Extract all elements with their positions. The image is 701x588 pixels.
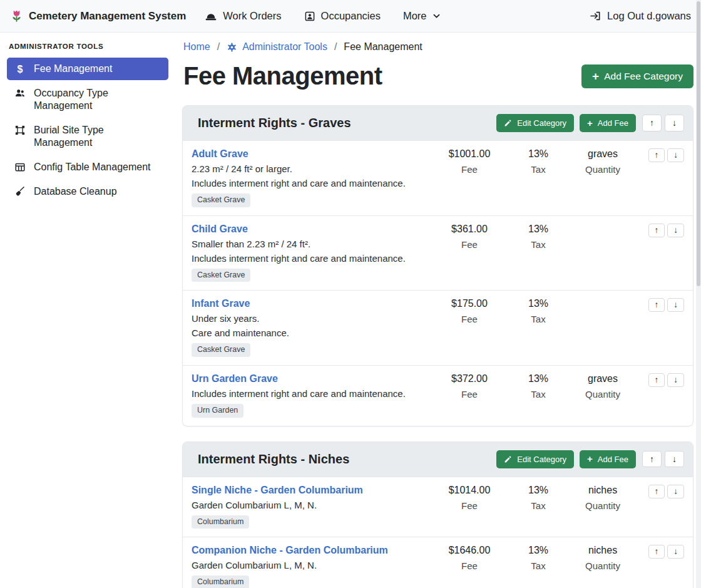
fee-value: $1646.00 [432,545,506,556]
page-title: Fee Management [183,62,382,90]
category-reorder-controls: ↑↓ [642,115,684,132]
breadcrumb-admin-tools-link[interactable]: Administrator Tools [227,41,327,53]
move-fee-up-button[interactable]: ↑ [648,148,665,162]
edit-category-button[interactable]: Edit Category [496,114,574,132]
quantity-label: Quantity [570,560,635,571]
nav-label: More [403,10,427,22]
sidebar-item-label: Occupancy Type Management [34,87,161,112]
fee-value: $1001.00 [432,148,506,160]
nav-occupancies[interactable]: Occupancies [304,10,381,22]
main-content: Home / Administrator Tools / Fee Managem… [175,33,701,588]
move-category-down-button[interactable]: ↓ [665,115,684,132]
arrow-up-icon: ↑ [650,118,654,128]
admin-sidebar: ADMINISTRATOR TOOLS $Fee ManagementOccup… [0,33,175,588]
fee-badge-wrap: Urn Garden [192,404,432,418]
fee-name-link[interactable]: Adult Grave [192,148,248,159]
quantity-col: gravesQuantity [570,148,635,175]
tax-col: 13%Tax [506,298,570,324]
move-fee-down-button[interactable]: ↓ [667,545,684,559]
breadcrumb-home-link[interactable]: Home [183,41,210,53]
plus-icon: + [592,71,599,81]
plus-icon: + [587,119,593,128]
sidebar-item-fee-management[interactable]: $Fee Management [7,58,168,80]
move-fee-down-button[interactable]: ↓ [667,148,684,162]
fee-name-link[interactable]: Urn Garden Grave [192,373,278,384]
arrow-down-icon: ↓ [673,225,678,235]
move-fee-down-button[interactable]: ↓ [667,224,684,237]
person-frame-icon [304,11,315,22]
fee-name-link[interactable]: Child Grave [192,224,248,234]
tax-col: 13%Tax [506,485,570,511]
tax-value: 13% [506,224,570,235]
category-reorder-controls: ↑↓ [642,451,684,468]
pencil-icon [504,455,512,463]
move-fee-down-button[interactable]: ↓ [667,298,684,312]
arrow-up-icon: ↑ [655,487,659,496]
fee-description: Includes interment right and care and ma… [192,388,432,399]
quantity-value: niches [570,485,635,496]
fee-label: Fee [432,500,506,511]
quantity-value: graves [570,373,635,384]
fee-type-badge: Columbarium [192,575,249,588]
move-category-up-button[interactable]: ↑ [642,451,662,468]
logout-button[interactable]: Log Out d.gowans [590,10,691,22]
fee-label: Fee [432,164,506,175]
logout-icon [590,11,601,21]
fee-row: Child GraveSmaller than 2.23 m² / 24 ft²… [183,215,693,291]
move-fee-down-button[interactable]: ↓ [667,373,684,387]
add-fee-category-label: Add Fee Category [604,71,683,82]
sidebar-item-label: Burial Site Type Management [34,124,161,149]
arrow-up-icon: ↑ [650,454,654,464]
logout-label: Log Out d.gowans [607,10,691,22]
fee-main: Single Niche - Garden ColumbariumGarden … [192,485,432,529]
sidebar-item-occupancy-type-management[interactable]: Occupancy Type Management [7,82,168,117]
sidebar-item-database-cleanup[interactable]: Database Cleanup [7,180,168,203]
tax-col: 13%Tax [506,373,570,400]
move-fee-up-button[interactable]: ↑ [648,298,665,312]
edit-category-button[interactable]: Edit Category [496,450,574,468]
add-fee-category-button[interactable]: + Add Fee Category [581,64,693,88]
nav-more[interactable]: More [403,10,441,22]
nav-work-orders[interactable]: Work Orders [205,10,281,22]
arrow-down-icon: ↓ [673,487,678,496]
arrow-up-icon: ↑ [655,300,659,309]
breadcrumb: Home / Administrator Tools / Fee Managem… [182,41,693,53]
navbar-links: Work Orders Occupancies More [205,10,440,22]
vertical-scrollbar[interactable] [696,0,701,588]
table-icon [14,162,26,173]
app-brand[interactable]: Cemetery Management System [10,9,186,24]
sidebar-item-burial-site-type-management[interactable]: Burial Site Type Management [7,119,168,154]
sidebar-item-config-table-management[interactable]: Config Table Management [7,156,168,178]
tax-value: 13% [506,148,570,160]
arrow-down-icon: ↓ [673,150,678,160]
fee-description: Care and maintenance. [192,328,432,338]
fee-name-link[interactable]: Single Niche - Garden Columbarium [192,485,363,495]
move-fee-up-button[interactable]: ↑ [648,485,665,498]
move-fee-up-button[interactable]: ↑ [648,545,665,559]
pencil-icon [504,119,512,127]
move-category-down-button[interactable]: ↓ [665,451,684,468]
move-fee-up-button[interactable]: ↑ [648,373,665,387]
category-actions: Edit Category+Add Fee↑↓ [496,450,684,468]
plus-icon: + [587,455,593,463]
arrow-up-icon: ↑ [655,150,659,160]
nav-label: Work Orders [223,10,281,22]
breadcrumb-separator: / [217,41,220,53]
fee-reorder-controls: ↑↓ [635,224,684,237]
fee-name-link[interactable]: Infant Grave [192,298,250,309]
fee-main: Child GraveSmaller than 2.23 m² / 24 ft²… [192,224,432,282]
scrollbar-thumb[interactable] [697,1,700,286]
tax-col: 13%Tax [506,545,570,571]
fee-row: Single Niche - Garden ColumbariumGarden … [183,477,693,537]
category-list: Interment Rights - GravesEdit Category+A… [182,105,693,588]
add-fee-button[interactable]: +Add Fee [580,114,636,132]
fee-description: Includes interment right and care and ma… [192,253,432,264]
move-fee-down-button[interactable]: ↓ [667,485,684,498]
fee-name-link[interactable]: Companion Niche - Garden Columbarium [192,545,388,555]
move-category-up-button[interactable]: ↑ [642,115,662,132]
move-fee-up-button[interactable]: ↑ [648,224,665,237]
arrow-down-icon: ↓ [673,547,678,556]
breadcrumb-current: Fee Management [344,41,422,53]
edit-category-label: Edit Category [517,118,566,128]
add-fee-button[interactable]: +Add Fee [580,450,636,468]
